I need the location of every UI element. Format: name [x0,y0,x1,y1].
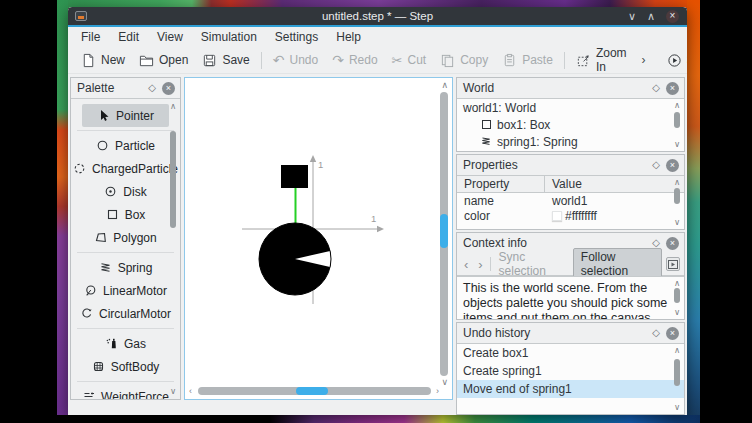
context-info-scrollbar[interactable]: ∧ ∨ [672,279,682,317]
cut-button[interactable]: ✂ Cut [385,49,434,72]
properties-scrollbar-thumb[interactable] [674,188,680,205]
box1-shape[interactable] [281,165,308,188]
zoom-in-button[interactable]: Zoom In [569,49,634,72]
softbody-icon [92,360,105,373]
tree-item-box1[interactable]: box1: Box [457,116,684,133]
scroll-right-icon[interactable]: › [436,387,439,396]
palette-item-particle[interactable]: Particle [71,134,180,157]
save-label: Save [222,53,249,67]
canvas-h-scrollbar[interactable] [198,387,431,395]
palette-close-icon[interactable]: × [162,82,175,95]
minimize-button[interactable]: ∨ [628,11,636,22]
float-panel-icon[interactable]: ◇ [652,328,660,338]
paste-button[interactable]: Paste [495,49,560,72]
canvas-v-scrollbar-thumb[interactable] [440,214,448,248]
palette-item-weightforce[interactable]: WeightForce [71,385,180,399]
float-panel-icon[interactable]: ◇ [652,83,660,93]
tree-item-world1[interactable]: world1: World [457,99,684,116]
close-button[interactable]: × [666,10,679,23]
forward-button[interactable]: › [475,258,485,271]
undo-button[interactable]: ↶ Undo [266,49,325,72]
context-info-close-icon[interactable]: × [666,237,679,250]
toolbar: New Open Save ↶ Undo ↷ Redo ✂ Cut [68,47,687,74]
float-panel-icon[interactable]: ◇ [652,160,660,170]
properties-close-icon[interactable]: × [666,159,679,172]
palette-separator [77,328,174,329]
open-in-browser-button[interactable] [666,257,680,271]
back-button[interactable]: ‹ [461,258,471,271]
float-panel-icon[interactable]: ◇ [652,238,660,248]
menu-edit[interactable]: Edit [109,30,148,44]
menu-view[interactable]: View [148,30,192,44]
world-close-icon[interactable]: × [666,82,679,95]
menu-settings[interactable]: Settings [266,30,327,44]
properties-body: Property Value name world1 color #ffffff… [457,175,684,229]
column-value[interactable]: Value [545,176,684,192]
undo-history-body: Create box1 Create spring1 Move end of s… [457,343,684,414]
column-property[interactable]: Property [457,176,545,192]
titlebar[interactable]: untitled.step * — Step ∨ ∧ × [68,7,687,25]
new-button[interactable]: New [74,49,132,72]
undo-item-create-spring1[interactable]: Create spring1 [457,362,684,380]
property-row-color[interactable]: color #ffffffff [457,208,684,223]
tree-item-spring1[interactable]: spring1: Spring [457,133,684,150]
palette-item-disk[interactable]: Disk [71,180,180,203]
world-scrollbar-thumb[interactable] [674,112,680,129]
context-info-scrollbar-thumb[interactable] [674,288,680,302]
menu-help[interactable]: Help [327,30,370,44]
undo-history-scrollbar[interactable]: ∧ ∨ [672,346,682,412]
world-canvas[interactable]: 1 1 [184,77,453,400]
simulate-button[interactable]: Simulate [660,49,687,72]
scroll-up-icon[interactable]: ∧ [672,178,682,187]
scroll-down-icon[interactable]: ∨ [672,403,682,412]
box-icon [106,208,119,221]
palette-item-polygon[interactable]: Polygon [71,226,180,249]
scroll-down-icon[interactable]: ∨ [168,387,178,396]
menu-simulation[interactable]: Simulation [192,30,266,44]
scroll-left-icon[interactable]: ‹ [189,387,192,396]
scroll-down-icon[interactable]: ∨ [441,378,448,387]
scroll-up-icon[interactable]: ∧ [672,279,682,288]
scroll-up-icon[interactable]: ∧ [441,81,448,90]
properties-scrollbar[interactable]: ∧ ∨ [672,178,682,227]
canvas-v-scrollbar[interactable] [440,92,448,376]
palette-item-label: Disk [123,185,146,199]
palette-item-pointer[interactable]: Pointer [82,104,169,127]
scroll-down-icon[interactable]: ∨ [672,218,682,227]
palette-item-box[interactable]: Box [71,203,180,226]
canvas-h-scrollbar-thumb[interactable] [296,387,329,395]
properties-table-header: Property Value [457,176,684,193]
palette-item-softbody[interactable]: SoftBody [71,355,180,378]
toolbar-overflow-button[interactable]: › [634,54,654,66]
world-scrollbar[interactable]: ∧ ∨ [672,101,682,149]
palette-item-linearmotor[interactable]: LinearMotor [71,279,180,302]
disk-shape[interactable] [259,223,331,295]
palette-scrollbar-thumb[interactable] [170,131,176,228]
float-panel-icon[interactable]: ◇ [148,83,156,93]
palette-item-chargedparticle[interactable]: ChargedParticle [71,157,180,180]
scroll-down-icon[interactable]: ∨ [672,140,682,149]
redo-button[interactable]: ↷ Redo [325,49,384,72]
scroll-up-icon[interactable]: ∧ [168,102,178,111]
maximize-button[interactable]: ∧ [647,11,655,22]
palette-title: Palette [77,81,114,95]
undo-history-close-icon[interactable]: × [666,327,679,340]
palette-item-circularmotor[interactable]: CircularMotor [71,302,180,325]
scroll-up-icon[interactable]: ∧ [672,346,682,355]
color-value-text: #ffffffff [565,209,597,223]
sync-selection-button[interactable]: Sync selection [495,250,569,278]
undo-history-scrollbar-thumb[interactable] [674,359,680,385]
palette-item-spring[interactable]: Spring [71,256,180,279]
undo-item-move-end-of-spring1[interactable]: Move end of spring1 [457,380,684,398]
property-row-name[interactable]: name world1 [457,193,684,208]
undo-item-create-box1[interactable]: Create box1 [457,344,684,362]
open-button[interactable]: Open [132,49,195,72]
menu-file[interactable]: File [72,30,109,44]
scroll-down-icon[interactable]: ∨ [672,308,682,317]
palette-scrollbar[interactable]: ∧ ∨ [168,102,178,396]
palette-item-gas[interactable]: Gas [71,332,180,355]
save-button[interactable]: Save [195,49,256,72]
tree-item-label: box1: Box [497,118,550,132]
copy-button[interactable]: Copy [433,49,495,72]
scroll-up-icon[interactable]: ∧ [672,101,682,110]
